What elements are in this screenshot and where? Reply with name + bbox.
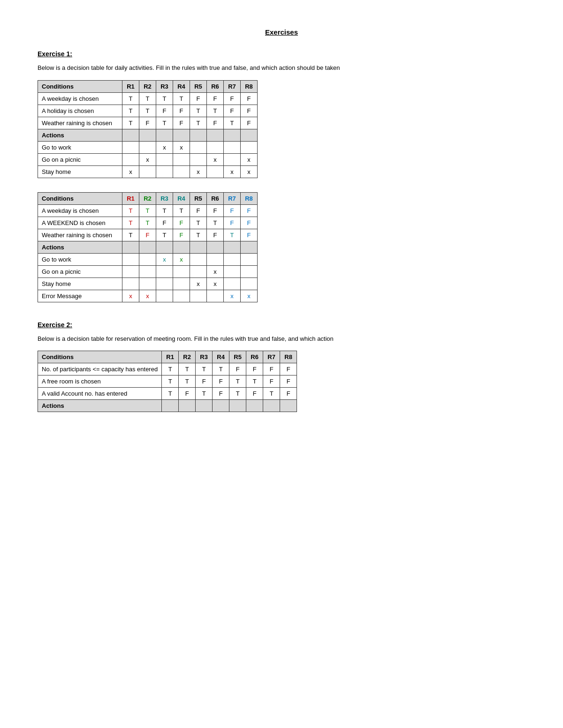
- cell: F: [139, 229, 156, 241]
- cell: T: [263, 388, 280, 400]
- cell: T: [156, 229, 173, 241]
- cell: x: [207, 278, 224, 290]
- cell: x: [241, 153, 258, 165]
- cell: [179, 400, 196, 412]
- cell: F: [246, 363, 263, 375]
- cell: x: [139, 290, 156, 302]
- table-row: A weekday is chosen T T T T F F F F: [38, 204, 258, 217]
- table1-header-conditions: Conditions: [38, 80, 122, 92]
- cell: F: [241, 92, 258, 105]
- cell: x: [173, 253, 190, 265]
- table1-header-r2: R2: [139, 80, 156, 92]
- cell: F: [263, 375, 280, 388]
- cell: [229, 400, 246, 412]
- cell: [173, 278, 190, 290]
- table-row: Weather raining is chosen T F T F T F T …: [38, 117, 258, 129]
- condition-label: No. of participants <= capacity has ente…: [38, 363, 162, 375]
- condition-label: A weekday is chosen: [38, 204, 122, 217]
- cell: [190, 129, 207, 141]
- cell: x: [139, 153, 156, 165]
- cell: [207, 253, 224, 265]
- table1-header-r8: R8: [241, 80, 258, 92]
- cell: T: [196, 388, 213, 400]
- cell: x: [207, 153, 224, 165]
- table3-header-row: Conditions R1 R2 R3 R4 R5 R6 R7 R8: [38, 351, 297, 363]
- cell: [263, 400, 280, 412]
- cell: F: [224, 204, 241, 217]
- cell: F: [224, 105, 241, 117]
- cell: F: [213, 388, 229, 400]
- cell: F: [207, 92, 224, 105]
- page-title: Exercises: [38, 28, 525, 36]
- cell: [162, 400, 179, 412]
- exercise1-table1: Conditions R1 R2 R3 R4 R5 R6 R7 R8 A wee…: [38, 80, 525, 178]
- cell: [139, 253, 156, 265]
- table1-header-r3: R3: [156, 80, 173, 92]
- exercise2-description: Below is a decision table for reservatio…: [38, 334, 525, 344]
- cell: [190, 253, 207, 265]
- cell: [190, 290, 207, 302]
- table-row: A valid Account no. has entered T F T F …: [38, 388, 297, 400]
- cell: [280, 400, 297, 412]
- cell: F: [156, 217, 173, 229]
- cell: [139, 278, 156, 290]
- table2-header-r6: R6: [207, 192, 224, 204]
- condition-label: A holiday is chosen: [38, 105, 122, 117]
- cell: T: [207, 217, 224, 229]
- cell: x: [122, 165, 139, 178]
- cell: x: [241, 290, 258, 302]
- cell: [139, 241, 156, 253]
- cell: T: [122, 217, 139, 229]
- cell: [173, 165, 190, 178]
- cell: T: [162, 388, 179, 400]
- cell: [224, 141, 241, 153]
- cell: [156, 265, 173, 278]
- table-row: No. of participants <= capacity has ente…: [38, 363, 297, 375]
- cell: [190, 153, 207, 165]
- cell: F: [246, 388, 263, 400]
- cell: x: [241, 165, 258, 178]
- exercise1-section: Exercise 1: Below is a decision table fo…: [38, 50, 525, 302]
- cell: x: [173, 141, 190, 153]
- cell: [156, 241, 173, 253]
- table2-header-r7: R7: [224, 192, 241, 204]
- table-row: Go on a picnic x: [38, 265, 258, 278]
- table1-header-r6: R6: [207, 80, 224, 92]
- cell: [224, 129, 241, 141]
- cell: F: [207, 117, 224, 129]
- table3-header-r7: R7: [263, 351, 280, 363]
- actions-label: Actions: [38, 241, 122, 253]
- condition-label: A free room is chosen: [38, 375, 162, 388]
- cell: T: [229, 388, 246, 400]
- condition-label: A valid Account no. has entered: [38, 388, 162, 400]
- cell: [207, 141, 224, 153]
- cell: [224, 278, 241, 290]
- cell: T: [173, 204, 190, 217]
- table3-header-conditions: Conditions: [38, 351, 162, 363]
- action-label: Go to work: [38, 141, 122, 153]
- cell: F: [173, 105, 190, 117]
- cell: F: [280, 375, 297, 388]
- cell: T: [229, 375, 246, 388]
- cell: T: [156, 92, 173, 105]
- cell: [196, 400, 213, 412]
- cell: F: [241, 117, 258, 129]
- cell: x: [122, 290, 139, 302]
- cell: [173, 129, 190, 141]
- cell: T: [122, 229, 139, 241]
- cell: T: [190, 217, 207, 229]
- exercise1-table2: Conditions R1 R2 R3 R4 R5 R6 R7 R8 A wee…: [38, 192, 525, 302]
- cell: T: [139, 92, 156, 105]
- table-row: Weather raining is chosen T F T F T F T …: [38, 229, 258, 241]
- condition-label: Weather raining is chosen: [38, 117, 122, 129]
- cell: T: [122, 105, 139, 117]
- cell: T: [122, 204, 139, 217]
- table2-header-row: Conditions R1 R2 R3 R4 R5 R6 R7 R8: [38, 192, 258, 204]
- cell: F: [241, 204, 258, 217]
- cell: F: [280, 363, 297, 375]
- cell: [224, 241, 241, 253]
- cell: F: [263, 363, 280, 375]
- condition-label: Weather raining is chosen: [38, 229, 122, 241]
- cell: [241, 265, 258, 278]
- cell: T: [162, 363, 179, 375]
